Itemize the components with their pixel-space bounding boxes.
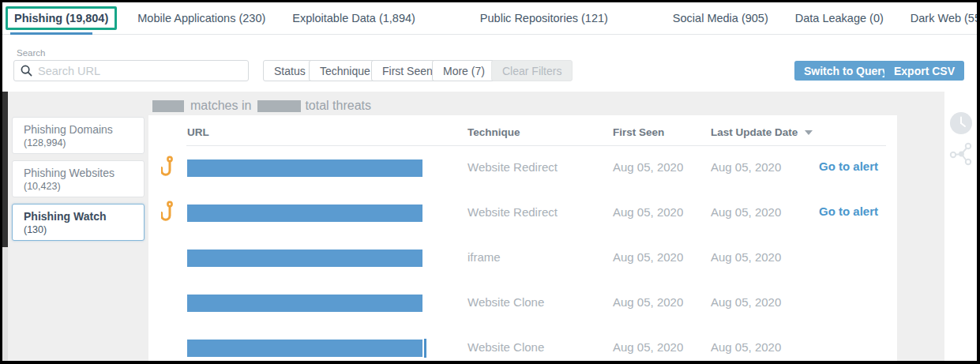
tab-label: Data Leakage (0) [795, 12, 884, 24]
last-update-cell: Aug 05, 2020 [711, 250, 781, 264]
tab-label: Public Repositories (121) [480, 12, 608, 24]
last-update-cell: Aug 05, 2020 [711, 205, 781, 219]
export-csv-button[interactable]: Export CSV [884, 61, 964, 81]
left-scrollbar-thumb[interactable] [2, 92, 8, 247]
sidebar-item-label: Phishing Domains [24, 123, 144, 136]
sidebar-item-count: (10,423) [24, 181, 144, 192]
results-summary: matches in total threats [152, 99, 371, 113]
last-update-cell: Aug 05, 2020 [711, 340, 781, 354]
filter-toolbar: Search Status Technique First Seen More … [2, 36, 977, 92]
table-row[interactable]: Website Clone Aug 05, 2020 Aug 05, 2020 [148, 337, 897, 359]
column-header-first-seen[interactable]: First Seen [613, 126, 664, 138]
share-network-icon[interactable] [949, 141, 973, 167]
redaction-artifact [424, 339, 426, 358]
left-scrollbar-track[interactable] [2, 92, 8, 361]
column-header-technique[interactable]: Technique [467, 126, 520, 138]
column-header-last-update[interactable]: Last Update Date [711, 126, 813, 138]
go-to-alert-link[interactable]: Go to alert [819, 159, 878, 173]
clear-filters-button[interactable]: Clear Filters [491, 60, 573, 81]
sidebar-item-phishing-domains[interactable]: Phishing Domains (128,994) [12, 117, 145, 154]
results-table: URL Technique First Seen Last Update Dat… [148, 115, 897, 361]
tab-mobile-applications[interactable]: Mobile Applications (230) [136, 9, 267, 28]
table-row[interactable]: iframe Aug 05, 2020 Aug 05, 2020 [148, 247, 897, 269]
first-seen-cell: Aug 05, 2020 [613, 340, 683, 354]
content-area: matches in total threats Phishing Domain… [2, 92, 977, 361]
search-icon [21, 65, 32, 77]
redacted-url-bar [187, 205, 422, 222]
first-seen-cell: Aug 05, 2020 [613, 160, 683, 174]
technique-cell: Website Clone [467, 340, 544, 354]
threat-intel-window: Phishing (19,804) Mobile Applications (2… [0, 0, 980, 364]
tab-label: Mobile Applications (230) [137, 12, 265, 24]
go-to-alert-link[interactable]: Go to alert [819, 205, 878, 218]
search-label: Search [17, 48, 45, 58]
sidebar-item-label: Phishing Watch [24, 210, 144, 223]
first-seen-cell: Aug 05, 2020 [613, 205, 683, 219]
sidebar-item-count: (128,994) [24, 137, 144, 148]
table-row[interactable]: Website Clone Aug 05, 2020 Aug 05, 2020 [148, 292, 897, 314]
sidebar-item-phishing-websites[interactable]: Phishing Websites (10,423) [12, 160, 145, 197]
last-update-cell: Aug 05, 2020 [711, 295, 781, 309]
tab-label: Phishing (19,804) [14, 12, 108, 24]
summary-matches-text: matches in [190, 99, 251, 113]
technique-cell: Website Clone [467, 295, 544, 309]
phishing-hook-icon [161, 156, 175, 181]
annotation-highlight-box: Phishing (19,804) [6, 6, 117, 30]
more-filters-button[interactable]: More (7) [432, 60, 496, 81]
column-header-label: Last Update Date [711, 126, 798, 138]
tab-phishing[interactable]: Phishing (19,804) [10, 3, 118, 33]
redacted-url-bar [187, 250, 422, 267]
tab-dark-web[interactable]: Dark Web (555) [909, 9, 980, 28]
tab-data-leakage[interactable]: Data Leakage (0) [794, 9, 885, 28]
technique-cell: iframe [467, 250, 501, 264]
tab-label: Social Media (905) [673, 12, 768, 24]
redacted-url-bar [187, 159, 422, 177]
redacted-url-bar [187, 295, 422, 312]
technique-cell: Website Redirect [467, 160, 558, 174]
redacted-match-count [152, 100, 184, 112]
redacted-total-count [257, 100, 301, 112]
sort-desc-icon[interactable] [805, 130, 813, 135]
column-header-url[interactable]: URL [187, 126, 209, 138]
module-tabbar: Phishing (19,804) Mobile Applications (2… [2, 2, 977, 35]
summary-total-text: total threats [305, 99, 371, 113]
technique-cell: Website Redirect [467, 205, 558, 219]
first-seen-cell: Aug 05, 2020 [613, 295, 683, 309]
sidebar-item-label: Phishing Websites [24, 167, 144, 179]
first-seen-cell: Aug 05, 2020 [613, 250, 683, 264]
active-tab-underline [10, 32, 92, 35]
redacted-url-bar [187, 340, 422, 357]
phishing-hook-icon [161, 201, 175, 226]
sidebar-item-phishing-watch[interactable]: Phishing Watch (130) [12, 204, 145, 241]
sidebar-item-count: (130) [24, 224, 144, 235]
tab-exploitable-data[interactable]: Exploitable Data (1,894) [291, 9, 455, 28]
search-box [13, 60, 249, 81]
table-row[interactable]: Website Redirect Aug 05, 2020 Aug 05, 20… [148, 202, 897, 224]
search-input[interactable] [38, 65, 248, 77]
tab-public-repositories[interactable]: Public Repositories (121) [479, 9, 648, 28]
right-icon-rail [944, 92, 977, 361]
history-clock-icon[interactable] [949, 111, 973, 135]
switch-to-query-button[interactable]: Switch to Query [794, 61, 898, 81]
tab-social-media[interactable]: Social Media (905) [671, 9, 770, 28]
tab-label: Dark Web (555) [911, 12, 980, 24]
table-row[interactable]: Website Redirect Aug 05, 2020 Aug 05, 20… [148, 157, 897, 179]
tab-label: Exploitable Data (1,894) [292, 12, 415, 24]
header-divider [186, 145, 886, 146]
last-update-cell: Aug 05, 2020 [711, 160, 781, 174]
